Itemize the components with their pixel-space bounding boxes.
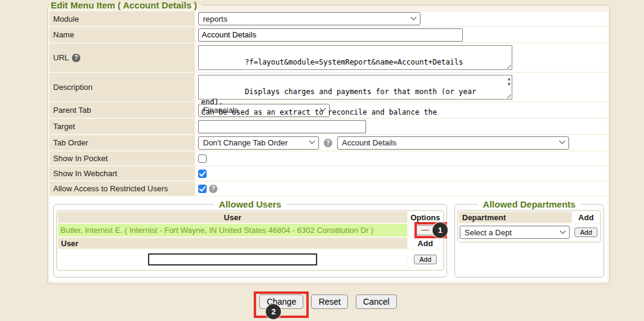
row-show-in-webchart: Show In Webchart	[50, 167, 608, 180]
name-input[interactable]	[198, 28, 463, 42]
allowed-departments-title: Allowed Departments	[478, 199, 580, 209]
change-button[interactable]: Change	[259, 294, 303, 309]
help-icon[interactable]: ?	[324, 139, 332, 147]
chevron-down-icon	[411, 14, 417, 20]
department-select[interactable]: Select a Dept	[460, 226, 570, 239]
dept-add-column-header: Add	[573, 212, 599, 223]
tab-order-label: Tab Order	[50, 135, 195, 150]
module-select[interactable]: reports	[198, 12, 420, 25]
access-panels: Allowed Users User Options Butler, Inter…	[50, 197, 608, 281]
resize-grip-icon[interactable]	[506, 93, 511, 98]
row-url: URL ? ?f=layout&module=SystemReport&name…	[50, 43, 608, 72]
form-title: Edit Menu Item ( Account Details )	[50, 0, 202, 10]
tab-order-item-select[interactable]: Account Details	[337, 136, 569, 150]
description-label: Description	[50, 73, 195, 101]
add-department-button[interactable]: Add	[575, 227, 597, 237]
form-rows: Module reports Name URL ? ?f=layout&modu	[50, 11, 608, 281]
allowed-user-row: Butler, Internist E. ( Internist - Fort …	[58, 224, 442, 237]
scroll-up-icon[interactable]: ▲	[507, 77, 510, 81]
show-in-pocket-checkbox[interactable]	[198, 154, 207, 163]
remove-user-button[interactable]: —	[416, 225, 434, 235]
add-column-header: Add	[408, 238, 442, 249]
step-badge-2: 2	[266, 304, 281, 319]
allowed-users-panel: Allowed Users User Options Butler, Inter…	[53, 199, 447, 278]
row-show-in-pocket: Show In Pocket	[50, 151, 608, 165]
chevron-down-icon	[309, 138, 315, 144]
allowed-users-title: Allowed Users	[214, 199, 286, 209]
url-textarea-value: ?f=layout&module=SystemReport&name=Accou…	[245, 58, 463, 66]
url-label: URL	[53, 53, 69, 62]
chevron-down-icon	[560, 227, 566, 234]
allowed-departments-panel: Allowed Departments Department Add Selec…	[454, 199, 604, 278]
name-label: Name	[50, 27, 195, 42]
allow-restricted-checkbox[interactable]	[198, 185, 207, 193]
row-allow-restricted: Allow Access to Restricted Users ?	[50, 182, 608, 195]
show-in-webchart-checkbox[interactable]	[198, 170, 207, 178]
add-user-button[interactable]: Add	[414, 255, 437, 264]
module-select-value: reports	[203, 14, 227, 24]
row-name: Name	[50, 27, 608, 42]
add-user-input[interactable]	[148, 253, 317, 265]
row-target: Target	[50, 119, 608, 134]
reset-button[interactable]: Reset	[311, 294, 348, 309]
description-textarea[interactable]: Displays charges and payments for that m…	[198, 75, 512, 100]
department-select-value: Select a Dept	[465, 228, 512, 237]
chevron-down-icon	[559, 138, 565, 144]
url-textarea[interactable]: ?f=layout&module=SystemReport&name=Accou…	[198, 45, 512, 70]
row-description: Description Displays charges and payment…	[50, 73, 608, 101]
resize-grip-icon[interactable]	[506, 63, 511, 69]
tab-order-item-select-value: Account Details	[342, 138, 396, 147]
module-label: Module	[50, 11, 195, 26]
options-column-header: Options	[408, 212, 442, 223]
user-column-header: User	[58, 212, 407, 223]
cancel-button[interactable]: Cancel	[356, 294, 397, 309]
help-icon[interactable]: ?	[72, 54, 80, 62]
help-icon[interactable]: ?	[209, 185, 217, 193]
form-actions: Change 2 Reset Cancel	[47, 294, 609, 309]
step-badge-1: 1	[433, 223, 448, 238]
department-column-header: Department	[459, 212, 572, 223]
show-in-webchart-label: Show In Webchart	[50, 167, 195, 180]
target-label: Target	[50, 119, 195, 134]
scroll-down-icon[interactable]: ▼	[507, 82, 510, 87]
parent-tab-label: Parent Tab	[50, 103, 195, 118]
row-tab-order: Tab Order Don't Change Tab Order ? Accou…	[50, 135, 608, 150]
row-module: Module reports	[50, 11, 608, 26]
add-user-column-header: User	[58, 238, 407, 249]
edit-menu-item-form: Edit Menu Item ( Account Details ) Modul…	[47, 0, 610, 284]
allow-restricted-label: Allow Access to Restricted Users	[50, 182, 195, 195]
show-in-pocket-label: Show In Pocket	[50, 151, 195, 165]
allowed-user-name: Butler, Internist E. ( Internist - Fort …	[58, 224, 407, 237]
